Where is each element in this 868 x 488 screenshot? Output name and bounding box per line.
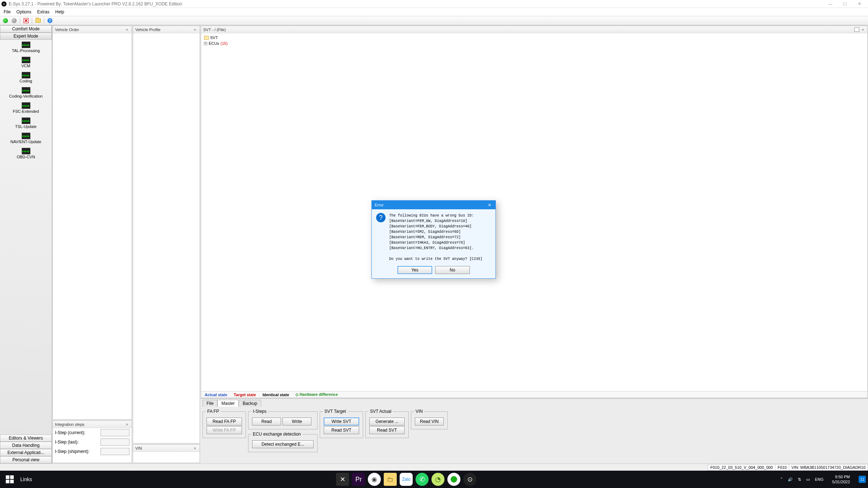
dialog-no-button[interactable]: No bbox=[435, 266, 470, 274]
legend-target: Target state bbox=[234, 393, 256, 397]
detect-exchanged-button[interactable]: Detect exchanged E... bbox=[252, 440, 314, 448]
open-folder-button[interactable] bbox=[34, 17, 42, 24]
legend-actual: Actual state bbox=[205, 393, 227, 397]
ecus-count: (15) bbox=[221, 41, 228, 46]
panel-header: Integration steps × bbox=[53, 421, 132, 428]
istep-current-input[interactable] bbox=[101, 429, 129, 436]
sidebar-item-coding[interactable]: Coding bbox=[0, 70, 52, 85]
read-svt-target-button[interactable]: Read SVT bbox=[324, 426, 359, 434]
group-title: SVT Actual bbox=[369, 409, 393, 414]
tray-network-icon[interactable]: ⇅ bbox=[798, 477, 801, 482]
sidebar-bottom-buttons: Editors & Viewers Data Handling External… bbox=[0, 435, 52, 463]
group-title: SVT Target bbox=[323, 409, 348, 414]
expert-mode-button[interactable]: Expert Mode bbox=[0, 33, 52, 40]
svt-tree[interactable]: SVT + ECUs (15) bbox=[201, 33, 867, 391]
generate-button[interactable]: Generate ... bbox=[369, 418, 405, 425]
bottom-groups: FA FP Read FA FP Write FA FP I-Steps Rea… bbox=[200, 407, 868, 463]
tray-volume-icon[interactable]: 🔊 bbox=[788, 477, 793, 482]
taskbar-app-icon[interactable]: ✕ bbox=[336, 473, 349, 486]
maximize-button[interactable]: ▢ bbox=[838, 0, 852, 8]
tab-backup[interactable]: Backup bbox=[239, 400, 261, 407]
tree-label: ECUs bbox=[209, 41, 219, 46]
tray-clock[interactable]: 9:50 PM 5/31/2022 bbox=[832, 474, 850, 484]
sidebar-item-vcm[interactable]: VCM bbox=[0, 55, 52, 70]
window-title: E-Sys 3.27.1 - Powered By: TokenMaster's… bbox=[9, 1, 823, 7]
read-vin-button[interactable]: Read VIN bbox=[415, 418, 444, 425]
svt-root-node[interactable]: SVT bbox=[203, 35, 866, 40]
close-window-button[interactable]: ✕ bbox=[852, 0, 867, 8]
sidebar-item-fsc-extended[interactable]: FSC-Extended bbox=[0, 100, 52, 116]
taskbar-wechat-icon[interactable] bbox=[447, 473, 460, 486]
close-icon[interactable]: × bbox=[192, 446, 197, 451]
close-icon[interactable]: × bbox=[192, 27, 197, 32]
toolbar-separator bbox=[44, 17, 44, 24]
read-fa-fp-button[interactable]: Read FA FP bbox=[207, 418, 242, 425]
taskbar-explorer-icon[interactable]: 🗀 bbox=[384, 473, 397, 486]
connect-button[interactable] bbox=[1, 17, 9, 24]
read-svt-actual-button[interactable]: Read SVT bbox=[369, 426, 405, 434]
external-applications-button[interactable]: External Applicati... bbox=[0, 449, 52, 456]
isteps-read-button[interactable]: Read bbox=[252, 418, 281, 425]
write-fa-fp-button: Write FA FP bbox=[207, 426, 242, 434]
istep-shipment-input[interactable] bbox=[101, 448, 129, 455]
expand-icon[interactable]: + bbox=[204, 42, 207, 45]
dialog-message: The following ECUs have a wrong bus ID: … bbox=[389, 213, 482, 262]
app-icon: ⊙ bbox=[1, 1, 7, 7]
dialog-yes-button[interactable]: Yes bbox=[397, 266, 432, 274]
istep-shipment-label: I-Step (shipment): bbox=[55, 449, 101, 454]
close-icon[interactable]: × bbox=[124, 27, 129, 32]
minimize-button[interactable]: — bbox=[823, 0, 838, 8]
group-title: VIN bbox=[414, 409, 424, 414]
svt-options-icon[interactable] bbox=[854, 27, 859, 32]
sidebar-item-tsl-update[interactable]: TSL-Update bbox=[0, 116, 52, 131]
comfort-mode-button[interactable]: Comfort Mode bbox=[0, 25, 52, 33]
panel-header: Vehicle Order × bbox=[53, 26, 132, 33]
close-icon[interactable]: × bbox=[861, 27, 865, 32]
taskbar-search[interactable]: Links bbox=[20, 476, 32, 482]
disconnect-button[interactable] bbox=[10, 17, 18, 24]
cancel-button[interactable] bbox=[22, 17, 30, 24]
panel-title: VIN bbox=[135, 446, 142, 450]
editors-viewers-button[interactable]: Editors & Viewers bbox=[0, 435, 52, 442]
menu-options[interactable]: Options bbox=[13, 9, 34, 15]
tray-language[interactable]: ENG bbox=[815, 477, 824, 481]
tray-chevron-icon[interactable]: ˄ bbox=[780, 477, 783, 482]
sidebar-item-tal-processing[interactable]: TAL-Processing bbox=[0, 40, 52, 55]
group-vin: VIN Read VIN bbox=[411, 409, 448, 429]
panel-title: Integration steps bbox=[55, 422, 84, 427]
close-icon[interactable]: × bbox=[124, 422, 129, 427]
menu-file[interactable]: File bbox=[1, 9, 13, 15]
taskbar-app-icon[interactable]: ◔ bbox=[431, 473, 444, 486]
svt-ecus-node[interactable]: + ECUs (15) bbox=[203, 40, 866, 46]
sidebar-item-coding-verification[interactable]: Coding-Verification bbox=[0, 85, 52, 100]
info-button[interactable]: ? bbox=[46, 17, 54, 24]
svt-panel: SVT - / (File) × SVT + ECUs (15) Actu bbox=[201, 26, 868, 398]
taskbar-bmw-icon[interactable]: ⊙ bbox=[463, 473, 476, 486]
windows-taskbar[interactable]: Links ✕ Pr ◉ 🗀 Zalo ✆ ◔ ⊙ ˄ 🔊 ⇅ ▭ ENG 9:… bbox=[0, 471, 868, 488]
taskbar-chrome-icon[interactable]: ◉ bbox=[368, 473, 381, 486]
personal-view-button[interactable]: Personal view bbox=[0, 456, 52, 463]
write-svt-button[interactable]: Write SVT bbox=[324, 418, 359, 425]
tab-file[interactable]: File bbox=[203, 400, 217, 407]
data-handling-button[interactable]: Data Handling bbox=[0, 442, 52, 449]
sidebar-item-nav-ent-update[interactable]: NAV/ENT-Update bbox=[0, 131, 52, 146]
istep-last-input[interactable] bbox=[101, 438, 129, 446]
sidebar-item-obd-cvn[interactable]: OBD-CVN bbox=[0, 146, 52, 161]
taskbar-whatsapp-icon[interactable]: ✆ bbox=[416, 473, 429, 486]
panel-title: Vehicle Order bbox=[55, 27, 79, 32]
taskbar-premiere-icon[interactable]: Pr bbox=[352, 473, 365, 486]
dialog-title-bar[interactable]: Error ✕ bbox=[372, 201, 495, 209]
notifications-badge[interactable]: 11 bbox=[859, 476, 866, 483]
isteps-write-button[interactable]: Write bbox=[282, 418, 311, 425]
start-button[interactable] bbox=[6, 475, 14, 483]
menu-extras[interactable]: Extras bbox=[34, 9, 52, 15]
dialog-close-icon[interactable]: ✕ bbox=[486, 202, 493, 208]
taskbar-zalo-icon[interactable]: Zalo bbox=[400, 473, 413, 486]
menu-help[interactable]: Help bbox=[52, 9, 67, 15]
group-isteps: I-Steps Read Write bbox=[248, 409, 318, 429]
tab-master[interactable]: Master bbox=[217, 400, 239, 407]
clock-date: 5/31/2022 bbox=[832, 479, 850, 484]
integration-steps-panel: Integration steps × I-Step (current): I-… bbox=[52, 420, 132, 463]
tray-battery-icon[interactable]: ▭ bbox=[806, 477, 810, 482]
svt-legend: Actual state Target state Identical stat… bbox=[201, 391, 867, 398]
